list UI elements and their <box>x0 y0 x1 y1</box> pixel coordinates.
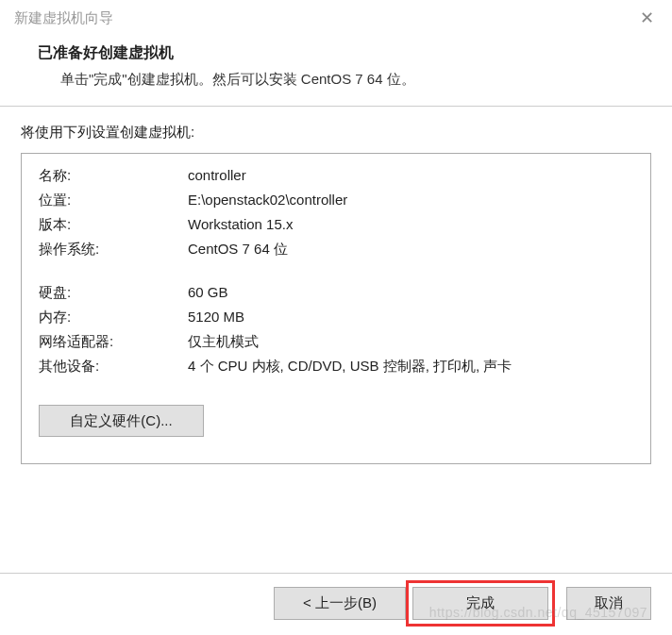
setting-row: 硬盘: 60 GB <box>39 284 633 302</box>
setting-label: 版本: <box>39 216 188 234</box>
setting-label: 其他设备: <box>39 358 188 376</box>
cancel-button[interactable]: 取消 <box>566 587 651 620</box>
finish-highlight: 完成 <box>406 580 555 627</box>
setting-row: 操作系统: CentOS 7 64 位 <box>39 241 633 259</box>
setting-value: 60 GB <box>188 284 633 302</box>
content-area: 将使用下列设置创建虚拟机: 名称: controller 位置: E:\open… <box>0 107 672 464</box>
customize-hardware-button[interactable]: 自定义硬件(C)... <box>39 405 204 437</box>
window-title: 新建虚拟机向导 <box>14 9 113 27</box>
setting-value: CentOS 7 64 位 <box>188 241 633 259</box>
setting-label: 硬盘: <box>39 284 188 302</box>
setting-value: Workstation 15.x <box>188 216 633 234</box>
setting-row: 网络适配器: 仅主机模式 <box>39 333 633 351</box>
button-bar: < 上一步(B) 完成 取消 <box>0 573 672 635</box>
setting-row: 名称: controller <box>39 167 633 185</box>
setting-label: 网络适配器: <box>39 333 188 351</box>
setting-value: controller <box>188 167 633 185</box>
setting-label: 内存: <box>39 309 188 326</box>
finish-button[interactable]: 完成 <box>412 587 548 620</box>
titlebar: 新建虚拟机向导 ✕ <box>0 0 672 38</box>
setting-row: 内存: 5120 MB <box>39 309 633 326</box>
header-subtitle: 单击"完成"创建虚拟机。然后可以安装 CentOS 7 64 位。 <box>60 71 658 89</box>
gap <box>39 265 633 284</box>
setting-row: 其他设备: 4 个 CPU 内核, CD/DVD, USB 控制器, 打印机, … <box>39 358 633 376</box>
intro-text: 将使用下列设置创建虚拟机: <box>21 124 651 142</box>
settings-box: 名称: controller 位置: E:\openstack02\contro… <box>21 153 651 464</box>
setting-label: 名称: <box>39 167 188 185</box>
setting-label: 操作系统: <box>39 241 188 259</box>
wizard-header: 已准备好创建虚拟机 单击"完成"创建虚拟机。然后可以安装 CentOS 7 64… <box>0 38 672 106</box>
setting-label: 位置: <box>39 192 188 209</box>
back-button[interactable]: < 上一步(B) <box>274 587 406 620</box>
setting-value: 4 个 CPU 内核, CD/DVD, USB 控制器, 打印机, 声卡 <box>188 358 633 376</box>
setting-value: E:\openstack02\controller <box>188 192 633 209</box>
setting-value: 5120 MB <box>188 309 633 326</box>
header-title: 已准备好创建虚拟机 <box>38 43 658 63</box>
setting-row: 位置: E:\openstack02\controller <box>39 192 633 209</box>
setting-value: 仅主机模式 <box>188 333 633 351</box>
setting-row: 版本: Workstation 15.x <box>39 216 633 234</box>
close-icon[interactable]: ✕ <box>636 8 658 28</box>
